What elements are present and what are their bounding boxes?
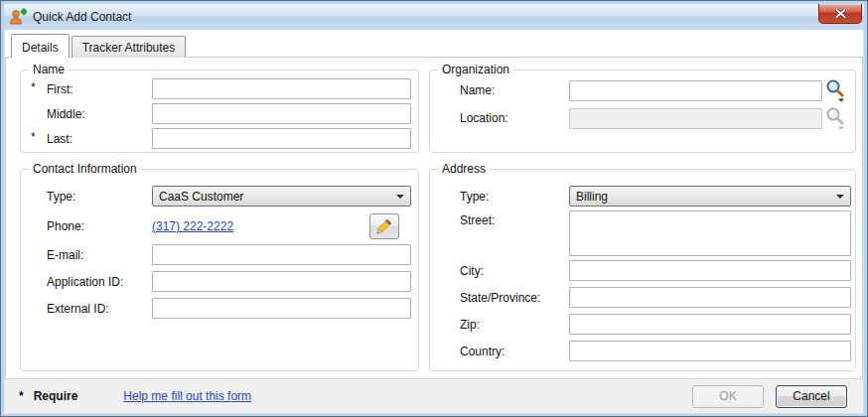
middle-name-label: Middle: bbox=[21, 107, 152, 121]
street-input[interactable] bbox=[569, 210, 851, 256]
city-row: City: bbox=[430, 260, 851, 281]
address-group: Address Type: Billing Street: City: bbox=[429, 169, 856, 371]
contact-type-dropdown[interactable]: CaaS Customer bbox=[152, 186, 411, 207]
ok-button[interactable]: OK bbox=[692, 385, 764, 408]
country-row: Country: bbox=[430, 341, 851, 361]
first-name-input[interactable] bbox=[152, 78, 411, 99]
contact-group-legend: Contact Information bbox=[29, 162, 141, 176]
org-location-input[interactable] bbox=[569, 108, 822, 129]
org-location-lookup-button[interactable] bbox=[824, 106, 848, 130]
application-id-row: Application ID: bbox=[21, 271, 411, 292]
state-province-label: State/Province: bbox=[430, 291, 569, 305]
org-name-row: Name: bbox=[430, 78, 848, 102]
name-group: Name * First: Middle: * Last: bbox=[20, 70, 419, 153]
city-input[interactable] bbox=[569, 260, 851, 281]
required-legend-marker: * bbox=[19, 389, 24, 403]
country-label: Country: bbox=[430, 345, 569, 358]
magnifier-disabled-icon bbox=[824, 106, 848, 130]
org-location-label: Location: bbox=[430, 111, 569, 125]
magnifier-icon bbox=[824, 78, 848, 102]
contact-type-label: Type: bbox=[21, 190, 152, 204]
phone-row: Phone: (317) 222-2222 bbox=[21, 213, 411, 239]
phone-number-link[interactable]: (317) 222-2222 bbox=[152, 219, 233, 233]
address-group-legend: Address bbox=[438, 162, 490, 176]
first-name-label: First: bbox=[21, 82, 152, 96]
last-name-row: * Last: bbox=[21, 128, 411, 149]
street-label: Street: bbox=[430, 210, 569, 227]
zip-label: Zip: bbox=[430, 318, 569, 332]
application-id-input[interactable] bbox=[152, 271, 411, 292]
phone-label: Phone: bbox=[21, 219, 152, 233]
required-legend-text: Require bbox=[34, 389, 78, 403]
add-contact-icon bbox=[9, 8, 27, 26]
details-tab-page: Name * First: Middle: * Last: bbox=[5, 57, 863, 378]
middle-name-row: Middle: bbox=[21, 103, 411, 124]
external-id-row: External ID: bbox=[21, 298, 411, 319]
pencil-icon bbox=[376, 218, 392, 234]
email-input[interactable] bbox=[152, 244, 411, 265]
street-row: Street: bbox=[430, 210, 851, 256]
organization-group-legend: Organization bbox=[438, 63, 513, 76]
org-name-input[interactable] bbox=[569, 80, 822, 101]
required-marker: * bbox=[31, 80, 36, 94]
last-name-input[interactable] bbox=[152, 128, 411, 149]
zip-input[interactable] bbox=[569, 314, 851, 335]
tab-strip: Details Tracker Attributes bbox=[5, 30, 863, 58]
external-id-input[interactable] bbox=[152, 298, 411, 319]
tab-tracker-attributes[interactable]: Tracker Attributes bbox=[72, 36, 187, 58]
contact-type-row: Type: CaaS Customer bbox=[21, 186, 411, 207]
address-type-label: Type: bbox=[430, 190, 569, 204]
address-type-dropdown[interactable]: Billing bbox=[569, 186, 851, 207]
address-type-selected-value: Billing bbox=[576, 190, 608, 204]
help-fill-form-link[interactable]: Help me fill out this form bbox=[123, 389, 251, 403]
org-name-label: Name: bbox=[430, 83, 569, 97]
email-row: E-mail: bbox=[21, 244, 411, 265]
dialog-client-area: Details Tracker Attributes Name * First:… bbox=[4, 30, 864, 414]
first-name-row: * First: bbox=[21, 78, 411, 99]
last-name-label: Last: bbox=[21, 132, 152, 146]
window-title: Quick Add Contact bbox=[33, 10, 131, 24]
city-label: City: bbox=[430, 264, 569, 278]
contact-information-group: Contact Information Type: CaaS Customer … bbox=[20, 169, 419, 371]
state-province-input[interactable] bbox=[569, 287, 851, 308]
middle-name-input[interactable] bbox=[152, 103, 411, 124]
close-icon bbox=[835, 9, 846, 18]
required-marker: * bbox=[31, 130, 36, 144]
organization-group: Organization Name: bbox=[429, 70, 856, 153]
org-location-row: Location: bbox=[430, 106, 848, 130]
zip-row: Zip: bbox=[430, 314, 851, 335]
tab-details[interactable]: Details bbox=[11, 34, 70, 58]
state-province-row: State/Province: bbox=[430, 287, 851, 308]
quick-add-contact-dialog: Quick Add Contact Details Tracker Attrib… bbox=[0, 0, 868, 417]
contact-type-selected-value: CaaS Customer bbox=[159, 190, 243, 204]
phone-edit-button[interactable] bbox=[369, 213, 399, 239]
chevron-down-icon bbox=[836, 195, 844, 199]
external-id-label: External ID: bbox=[21, 302, 152, 316]
titlebar[interactable]: Quick Add Contact bbox=[4, 4, 864, 30]
name-group-legend: Name bbox=[29, 63, 69, 76]
chevron-down-icon bbox=[396, 195, 404, 199]
country-input[interactable] bbox=[569, 341, 851, 361]
email-label: E-mail: bbox=[21, 248, 152, 262]
close-button[interactable] bbox=[818, 4, 862, 24]
dialog-footer: * Require Help me fill out this form OK … bbox=[5, 378, 863, 413]
cancel-button[interactable]: Cancel bbox=[776, 385, 847, 408]
address-type-row: Type: Billing bbox=[430, 186, 851, 207]
org-name-lookup-button[interactable] bbox=[824, 78, 848, 102]
application-id-label: Application ID: bbox=[21, 275, 152, 289]
